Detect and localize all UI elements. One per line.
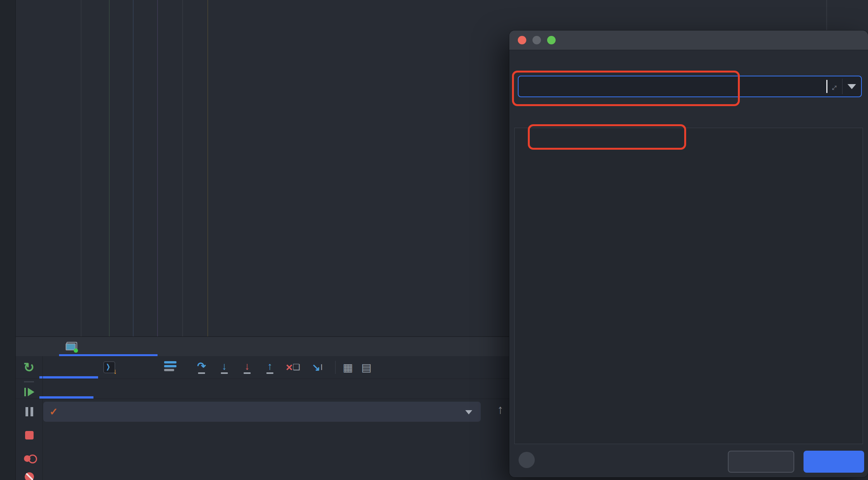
drop-frame-button[interactable]: ×❏ [286, 360, 300, 375]
layout-settings-button[interactable]: ▤ [359, 360, 374, 375]
toolbar-separator [335, 361, 336, 374]
expression-input[interactable]: ↔ [518, 76, 862, 97]
threads-view-icon[interactable] [164, 361, 176, 373]
console-tab-icon: ❭↓ [103, 362, 115, 373]
tool-window-strip [0, 0, 16, 480]
chevron-down-icon [465, 410, 472, 414]
evaluate-dialog: ↔ [509, 30, 868, 477]
indent-guide [81, 0, 81, 336]
step-over-button[interactable]: ↷ [194, 360, 209, 375]
stop-button[interactable] [22, 428, 36, 442]
debug-session-tab[interactable] [66, 337, 89, 356]
macos-zoom-button[interactable] [547, 36, 556, 44]
thread-status-icon: ✓ [49, 406, 58, 418]
evaluate-button[interactable] [804, 451, 864, 473]
indent-guide [109, 0, 110, 336]
view-breakpoints-button[interactable] [22, 451, 36, 465]
indent-guide [133, 0, 134, 336]
run-console-icon [66, 342, 77, 351]
step-into-button[interactable]: ↓ [217, 360, 232, 375]
indent-guide [157, 0, 158, 336]
help-button[interactable] [519, 452, 535, 468]
step-out-button[interactable]: ↑ [263, 360, 277, 375]
close-button[interactable] [728, 451, 794, 473]
evaluate-expression-button[interactable]: ▦ [341, 360, 355, 375]
history-dropdown-icon[interactable] [843, 84, 861, 89]
run-to-cursor-button[interactable]: ↘I [310, 360, 325, 375]
ide-screen: ↻ ❭↓ ↷ ↓ ↓ ↑ ×❏ ↘I ▦ ▤ [0, 0, 868, 480]
indent-guide [182, 0, 183, 336]
thread-dropdown[interactable]: ✓ [43, 402, 481, 422]
force-step-into-button[interactable]: ↓ [240, 360, 254, 375]
result-tree-panel [514, 128, 863, 444]
dialog-titlebar[interactable] [509, 30, 868, 50]
indent-guide [207, 0, 208, 336]
macos-minimize-button[interactable] [532, 36, 541, 44]
mute-breakpoints-button[interactable] [22, 470, 36, 480]
rerun-button[interactable]: ↻ [22, 360, 36, 375]
top-frame-icon[interactable]: ↑ [497, 402, 504, 417]
macos-close-button[interactable] [518, 36, 526, 44]
